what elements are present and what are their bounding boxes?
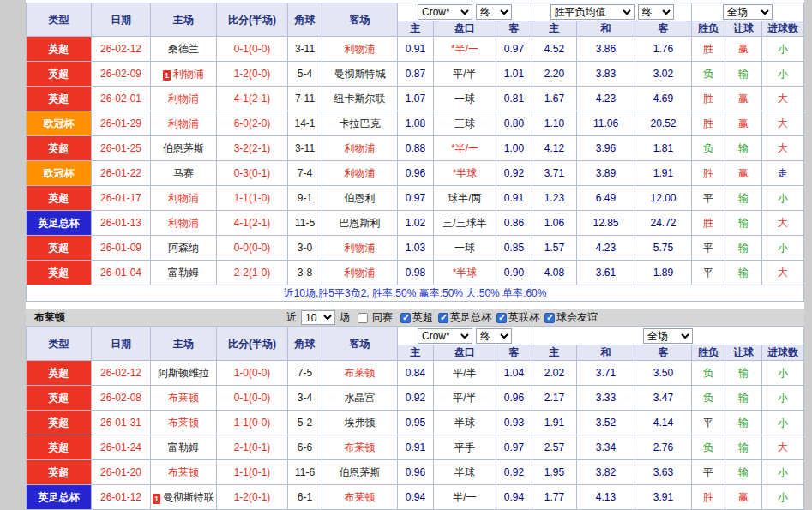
- home-team[interactable]: 马赛: [173, 167, 194, 179]
- col-date: 日期: [92, 327, 151, 361]
- match-score[interactable]: 1-2(0-1): [217, 485, 288, 510]
- home-team[interactable]: 富勒姆: [168, 267, 199, 279]
- match-score[interactable]: 2-2(1-0): [217, 261, 288, 285]
- match-score[interactable]: 0-0(0-0): [217, 236, 288, 261]
- match-score[interactable]: 0-3(0-1): [217, 161, 288, 186]
- match-score[interactable]: 0-1(0-0): [217, 37, 288, 62]
- handicap-away-odds: 1.00: [496, 136, 532, 161]
- match-score[interactable]: 2-1(0-1): [217, 435, 288, 460]
- match-score[interactable]: 0-1(0-0): [217, 386, 288, 411]
- scope-select[interactable]: 全场: [643, 328, 693, 344]
- avg-draw-odds: 12.85: [577, 211, 635, 236]
- col-home: 主场: [151, 327, 217, 361]
- goals-result-value: 小: [762, 361, 804, 386]
- home-team[interactable]: 富勒姆: [168, 441, 199, 453]
- col-let-goal: 让球: [725, 21, 762, 37]
- avg-draw-odds: 3.33: [577, 386, 635, 411]
- match-score[interactable]: 4-1(2-1): [217, 211, 288, 236]
- home-team[interactable]: 布莱顿: [168, 417, 199, 429]
- away-team[interactable]: 利物浦: [345, 242, 376, 254]
- odds-time-select[interactable]: 终: [476, 4, 512, 20]
- handicap-away-odds: 0.86: [496, 211, 532, 236]
- home-team[interactable]: 利物浦: [168, 93, 199, 105]
- away-team[interactable]: 卡拉巴克: [340, 117, 381, 129]
- away-team[interactable]: 埃弗顿: [345, 417, 376, 429]
- filter-checkbox-friendly[interactable]: [544, 313, 555, 323]
- match-row: 英足总杯26-01-121曼彻斯特联1-2(0-1)6-1布莱顿0.94半/一0…: [27, 485, 804, 510]
- header-row-controls: 类型 日期 主场 比分(半场) 角球 客场 Crow*终 全场: [27, 327, 804, 345]
- col-odds-away: 客: [496, 21, 532, 37]
- handicap-home-odds: 1.03: [398, 236, 434, 261]
- filter-checkbox-eflcup[interactable]: [496, 313, 507, 323]
- home-team[interactable]: 伯恩茅斯: [163, 142, 204, 154]
- match-score[interactable]: 1-1(0-1): [217, 460, 288, 485]
- away-team[interactable]: 水晶宫: [345, 392, 376, 404]
- match-row: 英超26-02-12阿斯顿维拉1-0(0-0)7-5布莱顿0.84平/半1.04…: [27, 361, 804, 386]
- near-count-select[interactable]: 10: [301, 310, 335, 325]
- same-opponent-checkbox[interactable]: [358, 313, 368, 323]
- away-team[interactable]: 伯恩茅斯: [340, 466, 381, 478]
- corners-value: 11-5: [288, 211, 322, 236]
- away-team[interactable]: 曼彻斯特城: [334, 68, 386, 80]
- match-date: 26-01-25: [92, 136, 151, 161]
- avg-select[interactable]: 胜平负均值: [550, 4, 635, 20]
- handicap-away-odds: 0.91: [496, 186, 532, 211]
- handicap-away-odds: 0.85: [496, 236, 532, 261]
- corners-value: 7-11: [288, 87, 322, 111]
- home-team[interactable]: 利物浦: [168, 217, 199, 229]
- home-team[interactable]: 利物浦: [168, 117, 199, 129]
- result-value: 平: [692, 411, 725, 435]
- col-odds-home: 主: [398, 345, 434, 361]
- home-team[interactable]: 曼彻斯特联: [163, 491, 214, 503]
- home-team-cell: 1曼彻斯特联: [151, 485, 217, 510]
- match-score[interactable]: 3-2(2-1): [217, 136, 288, 161]
- avg-draw-odds: 3.71: [577, 361, 635, 386]
- result-value: 平: [692, 460, 725, 485]
- away-team[interactable]: 伯恩利: [345, 192, 376, 204]
- away-team[interactable]: 纽卡斯尔联: [334, 93, 386, 105]
- handicap-line: *半/一: [434, 136, 496, 161]
- match-score[interactable]: 4-1(2-1): [217, 87, 288, 111]
- home-team[interactable]: 桑德兰: [168, 43, 199, 55]
- home-team[interactable]: 布莱顿: [168, 392, 199, 404]
- home-team[interactable]: 阿斯顿维拉: [158, 367, 209, 379]
- league-badge: 英超: [27, 435, 92, 460]
- away-team[interactable]: 布莱顿: [345, 441, 376, 453]
- league-badge: 英超: [27, 460, 92, 485]
- league-badge: 英超: [27, 87, 92, 111]
- avg-draw-odds: 3.61: [577, 261, 635, 285]
- match-score[interactable]: 1-2(0-0): [217, 62, 288, 87]
- bookmaker-select[interactable]: Crow*: [418, 328, 472, 344]
- handicap-result-value: 赢: [725, 161, 762, 186]
- home-team[interactable]: 利物浦: [173, 68, 204, 80]
- match-score[interactable]: 6-0(2-0): [217, 111, 288, 136]
- away-team[interactable]: 利物浦: [345, 43, 376, 55]
- bookmaker-select[interactable]: Crow*: [418, 4, 472, 20]
- home-team-cell: 利物浦: [151, 211, 217, 236]
- home-team[interactable]: 阿森纳: [168, 242, 199, 254]
- away-team[interactable]: 巴恩斯利: [340, 217, 381, 229]
- avg-away-odds: 3.02: [635, 62, 692, 87]
- red-card-icon: 1: [163, 70, 171, 81]
- corners-value: 7-4: [288, 161, 322, 186]
- away-team[interactable]: 布莱顿: [345, 491, 376, 503]
- filter-checkbox-premier[interactable]: [400, 313, 411, 323]
- filter-checkbox-facup[interactable]: [438, 313, 448, 323]
- handicap-line: *半/一: [434, 37, 496, 62]
- match-score[interactable]: 1-1(1-0): [217, 186, 288, 211]
- away-team[interactable]: 利物浦: [345, 167, 376, 179]
- home-team[interactable]: 利物浦: [168, 192, 199, 204]
- home-team[interactable]: 布莱顿: [168, 466, 199, 478]
- match-score[interactable]: 1-1(0-0): [217, 411, 288, 435]
- away-team[interactable]: 利物浦: [345, 267, 376, 279]
- match-row: 英足总杯26-01-13利物浦4-1(2-1)11-5巴恩斯利1.02三/三球半…: [27, 211, 804, 236]
- red-card-icon: 1: [153, 494, 160, 504]
- match-score[interactable]: 1-0(0-0): [217, 361, 288, 386]
- avg-time-select[interactable]: 终: [638, 4, 674, 20]
- away-team[interactable]: 布莱顿: [345, 367, 376, 379]
- scope-select[interactable]: 全场: [723, 4, 773, 20]
- odds-time-select[interactable]: 终: [476, 328, 512, 344]
- goals-result-value: 大: [762, 211, 804, 236]
- filter-label-premier: 英超: [412, 310, 433, 325]
- away-team[interactable]: 利物浦: [345, 142, 376, 154]
